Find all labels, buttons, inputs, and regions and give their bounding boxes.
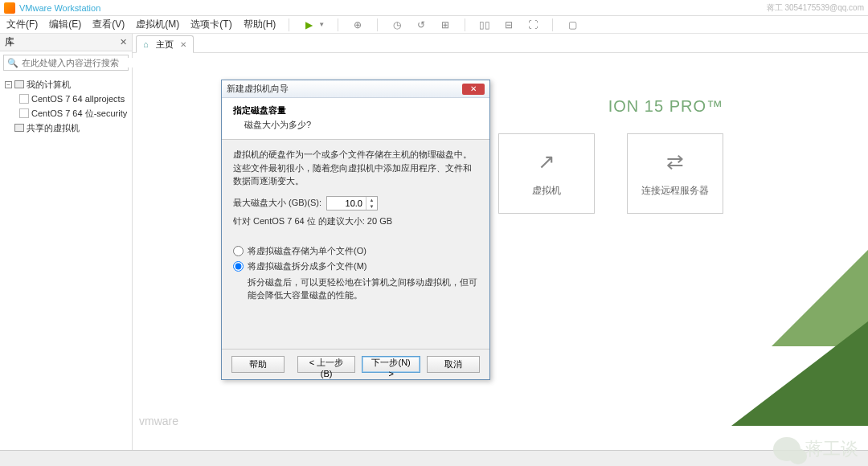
dialog-subheading: 磁盘大小为多少? xyxy=(233,119,478,131)
dialog-close-icon[interactable]: ✕ xyxy=(462,84,485,95)
vm-icon xyxy=(19,94,29,104)
home-icon: ⌂ xyxy=(143,39,153,49)
sidebar-search[interactable]: 🔍 ▼ xyxy=(3,55,129,71)
play-dropdown-icon[interactable]: ▼ xyxy=(318,21,325,28)
radio-single-label: 将虚拟磁盘存储为单个文件(O) xyxy=(248,245,366,257)
dialog-description: 虚拟机的硬盘作为一个或多个文件存储在主机的物理磁盘中。这些文件最初很小，随着您向… xyxy=(233,148,478,188)
radio-split-input[interactable] xyxy=(233,261,244,272)
disk-size-spinner[interactable]: ▲▼ xyxy=(326,196,378,211)
spinner-up-icon[interactable]: ▲ xyxy=(366,197,377,203)
card-label: 虚拟机 xyxy=(532,184,561,198)
separator xyxy=(338,18,338,31)
disk-size-row: 最大磁盘大小 (GB)(S): ▲▼ xyxy=(233,196,478,211)
menubar: 文件(F) 编辑(E) 查看(V) 虚拟机(M) 选项卡(T) 帮助(H) ▶▼… xyxy=(0,16,868,34)
tree-root-mycomputer[interactable]: − 我的计算机 xyxy=(2,77,130,92)
dialog-header: 指定磁盘容量 磁盘大小为多少? xyxy=(222,98,489,140)
tree-label: CentOS 7 64 位-security xyxy=(31,108,127,120)
tree-label: 我的计算机 xyxy=(27,79,71,91)
radio-split-file[interactable]: 将虚拟磁盘拆分成多个文件(M) xyxy=(233,260,478,272)
vm-tree: − 我的计算机 CentOS 7 64 allprojects CentOS 7… xyxy=(0,74,132,138)
window-titlebar: VMware Workstation 蒋工 3054175539@qq.com xyxy=(0,0,868,16)
disk-size-input[interactable] xyxy=(327,198,366,208)
sidebar-close-icon[interactable]: ✕ xyxy=(120,37,127,47)
wechat-label: 蒋工谈 xyxy=(805,437,858,461)
watermark-text: 蒋工 3054175539@qq.com xyxy=(767,2,864,14)
layout2-icon[interactable]: ⊟ xyxy=(502,18,515,31)
tree-label: CentOS 7 64 allprojects xyxy=(31,94,125,104)
search-icon: 🔍 xyxy=(7,58,18,68)
tree-label: 共享的虚拟机 xyxy=(27,122,80,134)
snapshot-icon[interactable]: ⊕ xyxy=(351,18,364,31)
radio-single-file[interactable]: 将虚拟磁盘存储为单个文件(O) xyxy=(233,245,478,257)
shared-icon xyxy=(14,124,24,132)
play-icon[interactable]: ▶ xyxy=(302,18,315,31)
cancel-button[interactable]: 取消 xyxy=(427,356,480,373)
menu-tabs[interactable]: 选项卡(T) xyxy=(190,18,231,31)
decorative-triangle xyxy=(731,321,868,426)
tab-close-icon[interactable]: ✕ xyxy=(180,40,186,49)
back-button[interactable]: < 上一步(B) xyxy=(297,356,355,373)
recommend-text: 针对 CentOS 7 64 位 的建议大小: 20 GB xyxy=(233,215,478,227)
sidebar: 库 ✕ 🔍 ▼ − 我的计算机 CentOS 7 64 allprojects … xyxy=(0,34,133,450)
menu-edit[interactable]: 编辑(E) xyxy=(49,18,81,31)
tab-home[interactable]: ⌂ 主页 ✕ xyxy=(136,35,194,53)
tab-label: 主页 xyxy=(156,39,174,51)
dialog-heading: 指定磁盘容量 xyxy=(233,104,478,117)
revert-icon[interactable]: ↺ xyxy=(415,18,428,31)
tab-strip: ⌂ 主页 ✕ xyxy=(133,34,868,53)
manage-icon[interactable]: ⊞ xyxy=(439,18,452,31)
wechat-watermark: 蒋工谈 xyxy=(773,437,858,461)
card-label: 连接远程服务器 xyxy=(641,184,709,198)
vmware-logo-icon xyxy=(4,2,15,14)
brand-text: vmware xyxy=(139,415,178,427)
open-icon: ↗ xyxy=(538,149,555,174)
dialog-title: 新建虚拟机向导 xyxy=(227,83,289,95)
help-button[interactable]: 帮助 xyxy=(231,356,285,373)
tree-item-vm1[interactable]: CentOS 7 64 allprojects xyxy=(2,92,130,106)
wechat-icon xyxy=(773,437,800,461)
fullscreen-icon[interactable]: ⛶ xyxy=(526,18,539,31)
menu-vm[interactable]: 虚拟机(M) xyxy=(136,18,179,31)
menu-view[interactable]: 查看(V) xyxy=(92,18,125,31)
separator xyxy=(465,18,465,31)
separator xyxy=(377,18,378,31)
vm-icon xyxy=(19,108,29,118)
search-input[interactable] xyxy=(22,58,133,67)
dialog-button-row: 帮助 < 上一步(B) 下一步(N) > 取消 xyxy=(222,349,489,379)
split-hint: 拆分磁盘后，可以更轻松地在计算机之间移动虚拟机，但可能会降低大容量磁盘的性能。 xyxy=(233,276,478,302)
disk-size-label: 最大磁盘大小 (GB)(S): xyxy=(233,197,321,209)
clock-icon[interactable]: ◷ xyxy=(391,18,403,31)
status-bar xyxy=(0,450,868,466)
home-cards: ↗ 虚拟机 ⇄ 连接远程服务器 xyxy=(498,133,723,214)
product-title: ION 15 PRO™ xyxy=(608,97,723,116)
tree-root-shared[interactable]: 共享的虚拟机 xyxy=(2,121,130,135)
connect-icon: ⇄ xyxy=(666,149,684,174)
separator xyxy=(289,18,289,31)
dialog-titlebar[interactable]: 新建虚拟机向导 ✕ xyxy=(222,80,489,98)
unity-icon[interactable]: ▢ xyxy=(566,18,579,31)
sidebar-header: 库 ✕ xyxy=(0,34,132,51)
separator xyxy=(552,18,553,31)
tree-item-vm2[interactable]: CentOS 7 64 位-security xyxy=(2,106,130,121)
card-connect-remote[interactable]: ⇄ 连接远程服务器 xyxy=(627,133,723,214)
radio-single-input[interactable] xyxy=(233,246,244,256)
sidebar-title: 库 xyxy=(5,35,14,49)
layout1-icon[interactable]: ▯▯ xyxy=(478,18,491,31)
computer-icon xyxy=(14,80,24,88)
next-button[interactable]: 下一步(N) > xyxy=(362,356,420,373)
spinner-arrows[interactable]: ▲▼ xyxy=(366,197,377,210)
card-open-vm[interactable]: ↗ 虚拟机 xyxy=(498,133,595,214)
new-vm-wizard-dialog: 新建虚拟机向导 ✕ 指定磁盘容量 磁盘大小为多少? 虚拟机的硬盘作为一个或多个文… xyxy=(221,80,490,380)
spinner-down-icon[interactable]: ▼ xyxy=(366,203,377,210)
menu-file[interactable]: 文件(F) xyxy=(6,18,38,31)
radio-split-label: 将虚拟磁盘拆分成多个文件(M) xyxy=(248,260,367,272)
collapse-icon[interactable]: − xyxy=(5,81,12,88)
menu-help[interactable]: 帮助(H) xyxy=(244,18,276,31)
window-title: VMware Workstation xyxy=(19,3,100,13)
dialog-body: 虚拟机的硬盘作为一个或多个文件存储在主机的物理磁盘中。这些文件最初很小，随着您向… xyxy=(222,140,489,349)
